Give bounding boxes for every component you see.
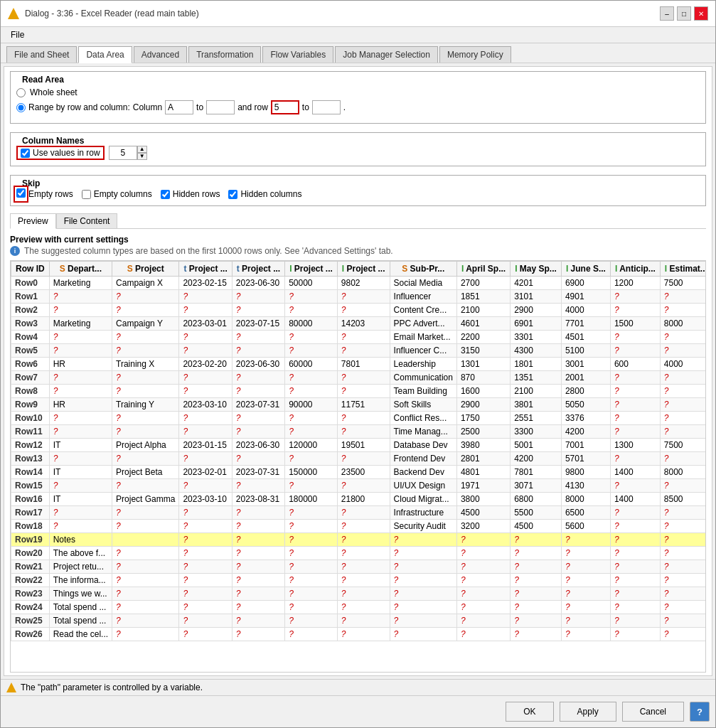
table-cell: 8000 bbox=[660, 466, 706, 479]
spinner-down-button[interactable]: ▼ bbox=[137, 153, 147, 160]
use-values-checkbox[interactable] bbox=[21, 149, 30, 158]
table-cell: ? bbox=[49, 425, 112, 439]
menu-bar: File bbox=[1, 27, 715, 43]
table-cell: 3150 bbox=[456, 344, 510, 358]
table-cell: ? bbox=[610, 331, 660, 344]
range-radio[interactable] bbox=[16, 103, 26, 112]
col-estim: I Estimat... bbox=[660, 262, 706, 277]
col-names-title: Column Names bbox=[19, 136, 87, 146]
table-cell: ? bbox=[456, 587, 510, 601]
table-cell: ? bbox=[49, 290, 112, 304]
table-row: Row22The informa...??????????? bbox=[11, 574, 707, 587]
table-cell: ? bbox=[112, 628, 179, 641]
table-cell: ? bbox=[112, 344, 179, 358]
table-cell: PPC Advert... bbox=[390, 317, 456, 331]
tab-preview[interactable]: Preview bbox=[10, 213, 56, 229]
file-menu[interactable]: File bbox=[6, 28, 28, 41]
tab-file-content[interactable]: File Content bbox=[56, 213, 118, 228]
tab-flow-variables[interactable]: Flow Variables bbox=[262, 46, 333, 63]
table-cell: 9802 bbox=[337, 277, 390, 290]
tab-file-and-sheet[interactable]: File and Sheet bbox=[6, 46, 77, 63]
table-cell: ? bbox=[610, 628, 660, 641]
table-cell: ? bbox=[660, 547, 706, 560]
table-cell: ? bbox=[232, 344, 284, 358]
table-cell: Row2 bbox=[11, 304, 50, 317]
data-table-container[interactable]: Row ID S Depart... S Project t Project .… bbox=[10, 260, 706, 673]
table-cell: HR bbox=[49, 358, 112, 371]
table-cell: 3071 bbox=[511, 479, 562, 493]
table-cell: 2800 bbox=[561, 385, 610, 398]
table-cell: 2023-06-30 bbox=[232, 277, 284, 290]
empty-cols-label[interactable]: Empty columns bbox=[82, 189, 152, 199]
column-from-input[interactable] bbox=[165, 100, 193, 114]
empty-rows-checkbox[interactable] bbox=[16, 188, 26, 198]
table-cell: ? bbox=[49, 412, 112, 425]
table-cell: ? bbox=[610, 533, 660, 547]
spinner-buttons: ▲ ▼ bbox=[137, 146, 147, 160]
table-cell: ? bbox=[49, 520, 112, 533]
table-cell: ? bbox=[456, 533, 510, 547]
table-cell: Campaign X bbox=[112, 277, 179, 290]
table-cell: ? bbox=[337, 452, 390, 466]
table-cell: ? bbox=[112, 614, 179, 628]
tab-advanced[interactable]: Advanced bbox=[134, 46, 187, 63]
table-cell: ? bbox=[337, 547, 390, 560]
column-to-input[interactable] bbox=[206, 100, 235, 114]
whole-sheet-radio[interactable] bbox=[16, 88, 26, 97]
table-cell: 870 bbox=[456, 371, 510, 385]
row-spinner-input[interactable] bbox=[109, 146, 137, 160]
maximize-button[interactable]: □ bbox=[677, 6, 691, 21]
table-cell: Influencer C... bbox=[390, 344, 456, 358]
dot-label: . bbox=[343, 102, 346, 112]
table-cell: ? bbox=[660, 506, 706, 520]
table-cell: Row16 bbox=[11, 493, 50, 506]
table-cell: ? bbox=[285, 290, 338, 304]
table-cell: ? bbox=[337, 385, 390, 398]
read-area-section: Read Area Whole sheet Range by row and c… bbox=[10, 71, 706, 124]
table-cell: Security Audit bbox=[390, 520, 456, 533]
hidden-rows-checkbox[interactable] bbox=[161, 190, 170, 199]
spinner-up-button[interactable]: ▲ bbox=[137, 146, 147, 153]
tab-job-manager[interactable]: Job Manager Selection bbox=[335, 46, 438, 63]
table-cell: ? bbox=[610, 398, 660, 412]
table-row: Row21Project retu...??????????? bbox=[11, 560, 707, 574]
table-cell: ? bbox=[337, 520, 390, 533]
table-row: Row8??????Team Building160021002800?? bbox=[11, 385, 707, 398]
warning-icon bbox=[6, 682, 16, 692]
table-cell: ? bbox=[49, 479, 112, 493]
help-button[interactable]: ? bbox=[690, 702, 710, 722]
empty-cols-checkbox[interactable] bbox=[82, 190, 91, 199]
cancel-button[interactable]: Cancel bbox=[622, 702, 684, 722]
hidden-cols-checkbox[interactable] bbox=[228, 190, 237, 199]
table-cell: ? bbox=[337, 601, 390, 614]
row-from-input[interactable] bbox=[271, 100, 299, 114]
close-button[interactable]: ✕ bbox=[694, 6, 708, 21]
table-cell: ? bbox=[112, 547, 179, 560]
minimize-button[interactable]: – bbox=[660, 6, 674, 21]
table-cell: ? bbox=[112, 587, 179, 601]
row-to-input[interactable] bbox=[312, 100, 341, 114]
ok-button[interactable]: OK bbox=[506, 702, 553, 722]
tab-data-area[interactable]: Data Area bbox=[78, 46, 132, 63]
table-cell: IT bbox=[49, 466, 112, 479]
empty-rows-label[interactable]: Empty rows bbox=[16, 188, 73, 200]
table-cell: 2023-06-30 bbox=[232, 358, 284, 371]
table-cell: 23500 bbox=[337, 466, 390, 479]
title-bar-left: Dialog - 3:36 - Excel Reader (read main … bbox=[8, 8, 199, 19]
table-cell: ? bbox=[337, 614, 390, 628]
range-row: Range by row and column: Column to and r… bbox=[16, 100, 700, 114]
apply-button[interactable]: Apply bbox=[560, 702, 616, 722]
tab-transformation[interactable]: Transformation bbox=[188, 46, 261, 63]
hidden-rows-label[interactable]: Hidden rows bbox=[161, 189, 220, 199]
table-cell: 2023-07-31 bbox=[232, 466, 284, 479]
table-cell: 4601 bbox=[456, 317, 510, 331]
hidden-cols-label[interactable]: Hidden columns bbox=[228, 189, 301, 199]
table-cell: ? bbox=[285, 614, 338, 628]
title-controls: – □ ✕ bbox=[660, 6, 708, 21]
table-cell: 50000 bbox=[285, 277, 338, 290]
table-cell: 8500 bbox=[660, 493, 706, 506]
table-cell: 4130 bbox=[561, 479, 610, 493]
tab-memory-policy[interactable]: Memory Policy bbox=[439, 46, 511, 63]
table-cell: Time Manag... bbox=[390, 425, 456, 439]
table-cell: Backend Dev bbox=[390, 466, 456, 479]
